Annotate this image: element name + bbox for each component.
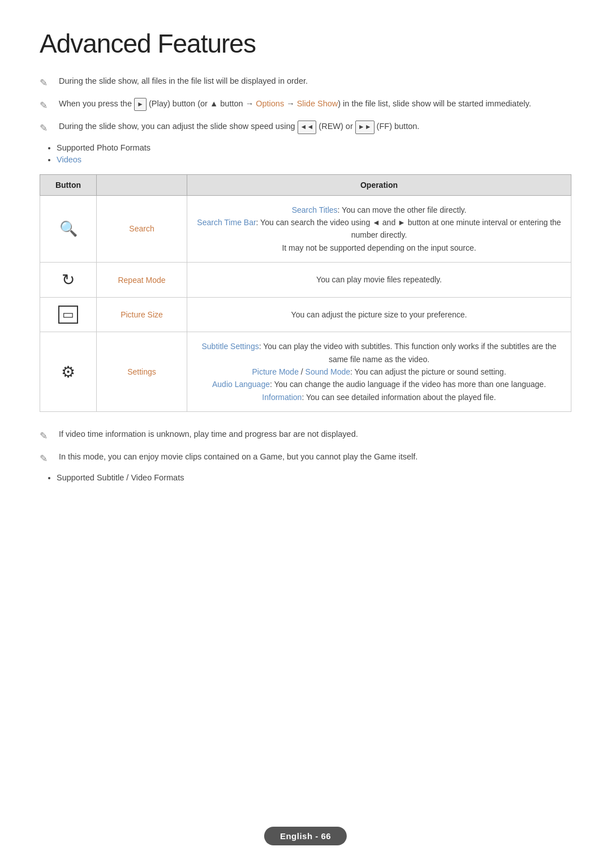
repeat-icon: ↻ (62, 271, 75, 289)
table-row-picture-size: ▭ Picture Size You can adjust the pictur… (40, 298, 571, 332)
note-icon-2: ✎ (40, 98, 55, 113)
bullet-subtitle-formats: Supported Subtitle / Video Formats (57, 473, 571, 482)
feature-table: Button Operation 🔍 Search Search Titles:… (40, 174, 571, 412)
audio-language-link[interactable]: Audio Language (212, 380, 270, 389)
rew-btn: ◄◄ (298, 121, 317, 134)
table-cell-picturesize-icon: ▭ (40, 298, 97, 332)
note-icon-3: ✎ (40, 121, 55, 136)
table-header-button: Button (40, 174, 97, 195)
table-cell-repeat-icon: ↻ (40, 263, 97, 298)
picture-size-link[interactable]: Picture Size (121, 310, 163, 319)
note-3: ✎ During the slide show, you can adjust … (40, 120, 571, 136)
table-row-search: 🔍 Search Search Titles: You can move the… (40, 195, 571, 263)
table-cell-settings-op: Subtitle Settings: You can play the vide… (187, 332, 571, 412)
page-title: Advanced Features (40, 28, 571, 59)
search-time-bar-link[interactable]: Search Time Bar (197, 218, 256, 227)
table-header-name (97, 174, 187, 195)
search-link[interactable]: Search (129, 224, 154, 233)
information-link[interactable]: Information (262, 393, 302, 402)
note-icon-1: ✎ (40, 75, 55, 91)
note-1: ✎ During the slide show, all files in th… (40, 75, 571, 91)
note-bottom-2: ✎ In this mode, you can enjoy movie clip… (40, 450, 571, 466)
note-icon-bottom-2: ✎ (40, 451, 55, 466)
table-cell-picturesize-name: Picture Size (97, 298, 187, 332)
table-header-operation: Operation (187, 174, 571, 195)
table-cell-repeat-op: You can play movie files repeatedly. (187, 263, 571, 298)
page-footer: English - 66 (264, 827, 347, 845)
note-text-3: During the slide show, you can adjust th… (59, 120, 571, 134)
play-btn: ► (134, 98, 147, 111)
bullet-list-top: Supported Photo Formats Videos (57, 143, 571, 164)
table-cell-search-icon: 🔍 (40, 195, 97, 263)
repeat-mode-link[interactable]: Repeat Mode (118, 276, 165, 285)
table-row-repeat: ↻ Repeat Mode You can play movie files r… (40, 263, 571, 298)
note-text-1: During the slide show, all files in the … (59, 75, 571, 88)
table-cell-settings-name: Settings (97, 332, 187, 412)
search-icon: 🔍 (59, 220, 78, 237)
bullet-list-bottom: Supported Subtitle / Video Formats (57, 473, 571, 482)
note-icon-bottom-1: ✎ (40, 428, 55, 444)
table-cell-settings-icon: ⚙ (40, 332, 97, 412)
table-cell-search-name: Search (97, 195, 187, 263)
bullet-photo-formats: Supported Photo Formats (57, 143, 571, 152)
settings-icon: ⚙ (61, 363, 75, 381)
note-bottom-1: ✎ If video time information is unknown, … (40, 428, 571, 444)
note-2: ✎ When you press the ► (Play) button (or… (40, 97, 571, 113)
note-text-bottom-2: In this mode, you can enjoy movie clips … (59, 450, 571, 463)
settings-link[interactable]: Settings (127, 367, 156, 376)
table-cell-repeat-name: Repeat Mode (97, 263, 187, 298)
ff-btn: ►► (355, 121, 375, 134)
search-titles-link[interactable]: Search Titles (292, 205, 338, 214)
subtitle-settings-link[interactable]: Subtitle Settings (202, 342, 259, 351)
picture-mode-link[interactable]: Picture Mode (252, 367, 298, 376)
sound-mode-link[interactable]: Sound Mode (306, 367, 350, 376)
note-text-bottom-1: If video time information is unknown, pl… (59, 428, 571, 441)
bullet-videos[interactable]: Videos (57, 155, 571, 164)
table-cell-picturesize-op: You can adjust the picture size to your … (187, 298, 571, 332)
note-text-2: When you press the ► (Play) button (or ▲… (59, 97, 571, 111)
options-link[interactable]: Options (256, 99, 284, 108)
slide-show-link[interactable]: Slide Show (297, 99, 338, 108)
table-cell-search-op: Search Titles: You can move the other fi… (187, 195, 571, 263)
table-row-settings: ⚙ Settings Subtitle Settings: You can pl… (40, 332, 571, 412)
picture-size-icon: ▭ (58, 306, 78, 324)
